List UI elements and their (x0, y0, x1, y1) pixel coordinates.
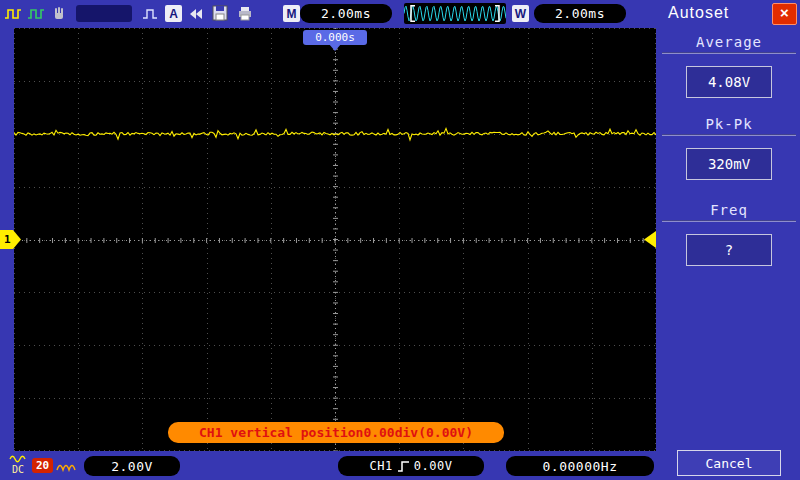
measurement-value-freq: ? (686, 234, 772, 266)
waveform-icon (56, 460, 76, 472)
status-message: CH1 vertical position0.00div(0.00V) (168, 422, 504, 443)
measurement-value-pkpk: 320mV (686, 148, 772, 180)
main-timebase-display: 2.00ms (300, 4, 392, 23)
bandwidth-limit-badge: 20 (32, 458, 53, 473)
ch1-volts-per-div-display: 2.00V (84, 456, 180, 476)
scope-screen: 0.000s CH1 vertical position0.00div(0.00… (14, 28, 656, 451)
divider (662, 220, 796, 222)
autoset-menu-panel: Autoset × Average 4.08V Pk-Pk 320mV Freq… (658, 0, 800, 480)
measurement-label-average: Average (658, 34, 800, 50)
rewind-icon (188, 6, 204, 22)
trigger-frequency-display: 0.00000Hz (506, 456, 654, 476)
trigger-display: CH1 0.00V (338, 456, 484, 476)
ch1-trace (14, 28, 656, 451)
ch1-coupling-indicator: DC (4, 453, 32, 475)
print-icon (237, 5, 253, 21)
save-icon (212, 5, 228, 21)
top-bar: A M 2.00ms W 2.00ms (0, 0, 658, 28)
trigger-position-icon (329, 44, 341, 51)
divider (662, 134, 796, 136)
ch1-coupling-label: DC (12, 464, 24, 475)
cancel-button[interactable]: Cancel (677, 450, 781, 476)
window-timebase-label: W (512, 5, 529, 22)
bottom-bar: DC 20 2.00V CH1 0.00V 0.00000Hz (0, 452, 658, 480)
main-timebase-label: M (283, 5, 300, 22)
ch2-waveform-icon (27, 5, 45, 23)
trigger-source-label: CH1 (370, 459, 393, 473)
measurement-label-freq: Freq (658, 202, 800, 218)
divider (662, 52, 796, 54)
close-icon[interactable]: × (772, 3, 797, 25)
measurement-value-average: 4.08V (686, 66, 772, 98)
panel-title: Autoset (668, 4, 729, 22)
rising-edge-icon (397, 459, 410, 473)
ch1-coupling-waveform-icon (9, 453, 27, 464)
zoom-window-preview (404, 3, 506, 24)
acquire-mode-button: A (165, 5, 182, 22)
measurement-label-pkpk: Pk-Pk (658, 116, 800, 132)
pulse-icon (142, 6, 158, 22)
trigger-level-label: 0.00V (414, 459, 453, 473)
window-timebase-display: 2.00ms (534, 4, 626, 23)
ch1-waveform-icon (4, 5, 22, 23)
horizontal-position-tag: 0.000s (303, 30, 367, 45)
status-display (76, 5, 132, 22)
preview-waveform-icon (404, 3, 506, 24)
stop-hand-icon (50, 4, 68, 22)
